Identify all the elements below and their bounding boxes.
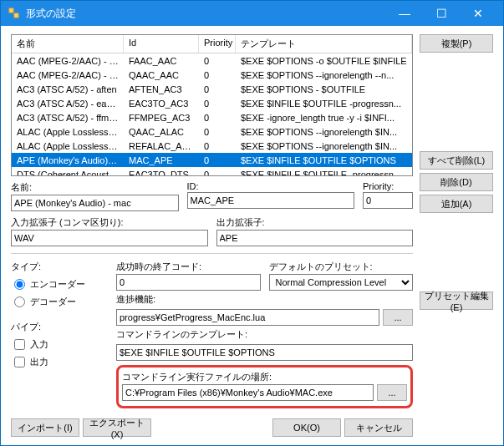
progress-browse-button[interactable]: ... [383,309,413,326]
decoder-radio[interactable]: デコーダー [11,295,111,309]
priority-input[interactable] [363,192,413,209]
col-template[interactable]: テンプレート [236,35,412,53]
table-row[interactable]: AC3 (ATSC A/52) - ffmpegFFMPEG_AC30$EXE … [12,110,412,124]
cmdtpl-label: コマンドラインのテンプレート: [116,328,413,341]
delete-button[interactable]: 削除(D) [420,173,493,191]
delete-all-button[interactable]: すべて削除(L) [420,151,493,170]
preset-label: デフォルトのプリセット: [269,261,414,273]
outext-input[interactable] [216,230,414,246]
table-header: 名前 Id Priority テンプレート [12,35,412,53]
exepath-label: コマンドライン実行ファイルの場所: [122,371,407,383]
close-button[interactable]: ✕ [460,1,496,26]
name-input[interactable] [11,195,179,211]
table-row[interactable]: DTS (Coherent Acoustics co...EAC3TO_DTS0… [12,167,412,175]
formats-table: 名前 Id Priority テンプレート AAC (MPEG-2/AAC) -… [11,34,413,176]
preset-select[interactable]: Normal Compression Level [269,274,414,291]
add-button[interactable]: 追加(A) [420,195,493,213]
pipe-out-checkbox[interactable]: 出力 [11,355,111,369]
exepath-input[interactable] [122,384,374,401]
progress-input[interactable] [116,309,379,326]
pipe-label: パイプ: [11,321,111,333]
export-button[interactable]: エクスポート(X) [83,418,151,437]
cancel-button[interactable]: キャンセル [344,418,413,437]
table-row[interactable]: ALAC (Apple Lossless) - qaacQAAC_ALAC0$E… [12,124,412,139]
cmdtpl-input[interactable] [116,344,413,361]
id-input[interactable] [187,192,355,209]
window-title: 形式の設定 [26,7,386,21]
exitcode-label: 成功時の終了コード: [116,261,261,273]
priority-label: Priority: [363,181,413,191]
progress-label: 進捗機能: [116,293,413,306]
table-row[interactable]: ALAC (Apple Lossless) - re...REFALAC_ALA… [12,139,412,153]
ok-button[interactable]: OK(O) [272,418,341,437]
table-row[interactable]: AAC (MPEG-2/AAC) - qaacQAAC_AAC0$EXE $OP… [12,68,412,82]
table-row[interactable]: AC3 (ATSC A/52) - aftenAFTEN_AC30$EXE $O… [12,82,412,96]
preset-edit-button[interactable]: プリセット編集(E) [420,291,493,310]
col-name[interactable]: 名前 [12,35,124,53]
titlebar: 形式の設定 — ☐ ✕ [1,1,503,26]
exe-path-highlight: コマンドライン実行ファイルの場所: ... [116,365,413,408]
inext-input[interactable] [11,230,208,246]
table-row[interactable]: AAC (MPEG-2/AAC) - faacFAAC_AAC0$EXE $OP… [12,53,412,68]
exitcode-input[interactable] [116,274,261,291]
encoder-radio[interactable]: エンコーダー [11,277,111,291]
exepath-browse-button[interactable]: ... [377,384,407,401]
minimize-button[interactable]: — [386,1,423,26]
type-label: タイプ: [11,261,111,273]
outext-label: 出力拡張子: [216,216,414,229]
table-row[interactable]: AC3 (ATSC A/52) - eac3toEAC3TO_AC30$EXE … [12,96,412,110]
col-priority[interactable]: Priority [199,35,236,53]
pipe-in-checkbox[interactable]: 入力 [11,337,111,352]
duplicate-button[interactable]: 複製(P) [420,34,493,53]
id-label: ID: [187,181,355,191]
table-body[interactable]: AAC (MPEG-2/AAC) - faacFAAC_AAC0$EXE $OP… [12,53,412,175]
col-id[interactable]: Id [124,35,199,53]
inext-label: 入力拡張子 (コンマ区切り): [11,216,208,229]
svg-rect-0 [9,8,13,13]
name-label: 名前: [11,181,179,194]
import-button[interactable]: インポート(I) [11,418,79,437]
app-icon [8,7,21,20]
maximize-button[interactable]: ☐ [423,1,460,26]
table-row[interactable]: APE (Monkey's Audio) - macMAC_APE0$EXE $… [12,153,412,167]
svg-rect-1 [14,13,18,18]
